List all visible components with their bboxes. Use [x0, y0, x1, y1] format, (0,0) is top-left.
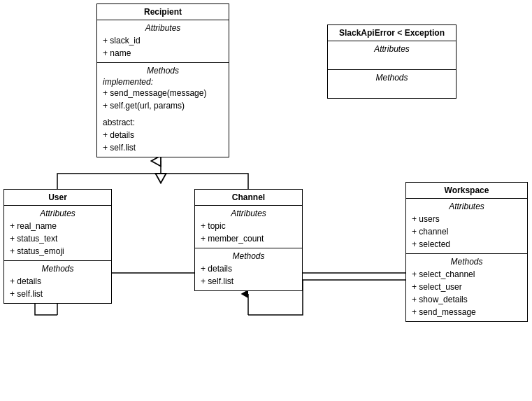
user-attr-3: + status_emoji: [10, 245, 106, 258]
slack-api-error-title: SlackApiError < Exception: [328, 25, 456, 41]
workspace-attributes-section: Attributes + users + channel + selected: [406, 199, 527, 254]
recipient-implemented-label: implemented:: [103, 77, 223, 87]
recipient-abstract-label: abstract:: [103, 116, 223, 129]
slack-api-error-box: SlackApiError < Exception Attributes Met…: [327, 24, 456, 99]
user-to-recipient-line: [57, 161, 161, 189]
channel-to-recipient-line: [161, 174, 248, 189]
workspace-method-2: + select_user: [412, 281, 522, 293]
recipient-attr-2: + name: [103, 47, 223, 59]
recipient-attr-1: + slack_id: [103, 34, 223, 47]
recipient-abstract-2: + self.list: [103, 141, 223, 154]
user-attr-1: + real_name: [10, 220, 106, 232]
recipient-attributes-label: Attributes: [103, 23, 223, 33]
user-title: User: [4, 190, 111, 206]
recipient-methods-label: Methods: [103, 66, 223, 76]
slack-api-error-attributes-label: Attributes: [333, 44, 450, 54]
channel-method-1: + details: [201, 262, 296, 275]
recipient-abstract-1: + details: [103, 129, 223, 141]
workspace-title: Workspace: [406, 183, 527, 199]
channel-box: Channel Attributes + topic + member_coun…: [194, 189, 303, 291]
channel-attr-1: + topic: [201, 220, 296, 232]
user-attributes-label: Attributes: [10, 209, 106, 218]
channel-methods-label: Methods: [201, 251, 296, 261]
workspace-method-4: + send_message: [412, 306, 522, 318]
workspace-attributes-label: Attributes: [412, 202, 522, 211]
user-methods-label: Methods: [10, 264, 106, 274]
workspace-method-1: + select_channel: [412, 268, 522, 281]
user-methods-section: Methods + details + self.list: [4, 261, 111, 303]
recipient-title: Recipient: [97, 4, 229, 20]
workspace-methods-section: Methods + select_channel + select_user +…: [406, 254, 527, 321]
recipient-methods-section: Methods implemented: + send_message(mess…: [97, 63, 229, 157]
slack-api-error-methods-label: Methods: [333, 73, 450, 83]
channel-attributes-label: Attributes: [201, 209, 296, 218]
channel-methods-section: Methods + details + self.list: [195, 248, 302, 290]
recipient-box: Recipient Attributes + slack_id + name M…: [96, 3, 229, 157]
recipient-attributes-section: Attributes + slack_id + name: [97, 20, 229, 63]
workspace-attr-1: + users: [412, 213, 522, 225]
user-method-2: + self.list: [10, 288, 106, 300]
workspace-box: Workspace Attributes + users + channel +…: [405, 182, 528, 322]
recipient-impl-1: + send_message(message): [103, 87, 223, 99]
channel-title: Channel: [195, 190, 302, 206]
user-attr-2: + status_text: [10, 232, 106, 245]
recipient-impl-2: + self.get(url, params): [103, 99, 223, 112]
slack-api-error-methods-section: Methods: [328, 70, 456, 98]
workspace-attr-2: + channel: [412, 225, 522, 238]
slack-api-error-attributes-section: Attributes: [328, 41, 456, 70]
user-method-1: + details: [10, 275, 106, 288]
workspace-method-3: + show_details: [412, 293, 522, 306]
channel-attr-2: + member_count: [201, 232, 296, 245]
channel-method-2: + self.list: [201, 275, 296, 288]
workspace-methods-label: Methods: [412, 257, 522, 267]
user-attributes-section: Attributes + real_name + status_text + s…: [4, 206, 111, 261]
user-box: User Attributes + real_name + status_tex…: [3, 189, 112, 304]
channel-attributes-section: Attributes + topic + member_count: [195, 206, 302, 248]
workspace-attr-3: + selected: [412, 238, 522, 251]
